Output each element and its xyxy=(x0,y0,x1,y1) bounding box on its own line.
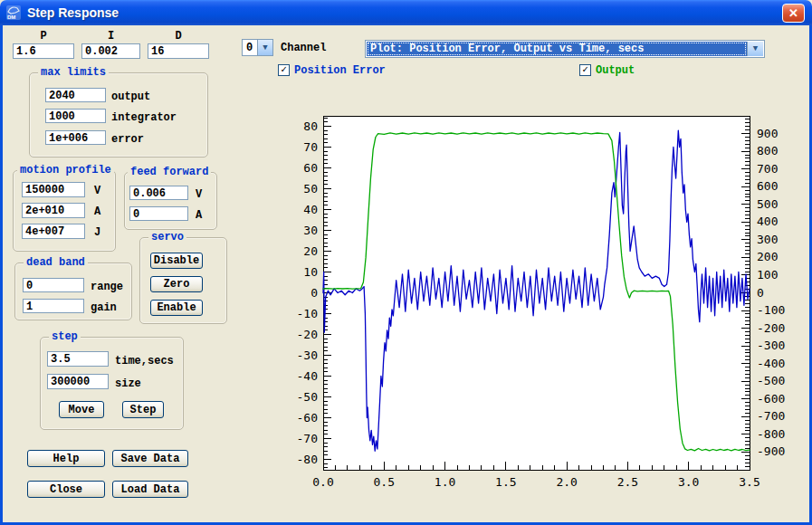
svg-text:-400: -400 xyxy=(757,357,785,370)
position-error-checkbox[interactable]: ✓ xyxy=(278,64,290,76)
velocity-label: V xyxy=(94,185,100,197)
output-checkbox-label: Output xyxy=(596,64,635,77)
max-integrator-label: integrator xyxy=(111,111,177,124)
svg-text:80: 80 xyxy=(303,119,318,133)
move-button[interactable]: Move xyxy=(59,401,104,418)
svg-text:-20: -20 xyxy=(297,328,318,341)
svg-text:900: 900 xyxy=(757,127,778,140)
output-checkbox[interactable]: ✓ xyxy=(579,64,591,76)
plot-type-value: Plot: Position Error, Output vs Time, se… xyxy=(367,42,747,56)
accel-input[interactable] xyxy=(22,203,85,218)
d-input[interactable] xyxy=(148,43,209,59)
max-error-label: error xyxy=(111,133,144,146)
i-label: I xyxy=(81,30,140,43)
svg-text:-900: -900 xyxy=(757,444,785,458)
step-size-input[interactable] xyxy=(47,374,109,389)
jerk-input[interactable] xyxy=(22,224,85,239)
dead-band-range-input[interactable] xyxy=(23,278,84,292)
step-button[interactable]: Step xyxy=(122,401,164,418)
dead-band-range-label: range xyxy=(91,281,123,293)
ff-accel-input[interactable] xyxy=(129,206,188,221)
chevron-down-icon[interactable]: ▼ xyxy=(747,42,763,56)
channel-label: Channel xyxy=(281,42,326,54)
save-data-button[interactable]: Save Data xyxy=(112,450,188,467)
svg-text:3.0: 3.0 xyxy=(678,475,699,489)
svg-text:0.5: 0.5 xyxy=(374,475,395,489)
svg-text:100: 100 xyxy=(757,268,778,282)
step-time-input[interactable] xyxy=(47,351,109,367)
p-input[interactable] xyxy=(13,43,74,59)
svg-text:-700: -700 xyxy=(757,409,785,423)
channel-select[interactable]: 0 ▼ xyxy=(242,39,273,56)
servo-zero-button[interactable]: Zero xyxy=(150,276,203,292)
window-title: Step Response xyxy=(27,5,782,20)
svg-text:-10: -10 xyxy=(297,307,318,320)
feed-forward-group: feed forward xyxy=(124,172,217,230)
chevron-down-icon[interactable]: ▼ xyxy=(257,40,272,55)
check-icon: ✓ xyxy=(582,65,588,75)
svg-text:-300: -300 xyxy=(757,339,785,352)
feed-forward-caption: feed forward xyxy=(128,166,211,178)
velocity-input[interactable] xyxy=(22,182,85,197)
svg-text:1.0: 1.0 xyxy=(435,475,455,489)
svg-text:DM: DM xyxy=(7,14,15,20)
step-size-label: size xyxy=(115,377,141,390)
svg-text:-60: -60 xyxy=(297,411,318,425)
close-icon: ✕ xyxy=(788,7,798,19)
servo-disable-button[interactable]: Disable xyxy=(150,253,203,269)
position-error-checkbox-label: Position Error xyxy=(294,64,386,77)
svg-text:-100: -100 xyxy=(757,303,785,317)
svg-text:-30: -30 xyxy=(297,348,318,362)
svg-text:700: 700 xyxy=(757,162,778,176)
svg-text:-800: -800 xyxy=(757,427,785,441)
max-integrator-input[interactable] xyxy=(45,109,106,123)
dead-band-gain-input[interactable] xyxy=(23,299,84,313)
svg-text:3.5: 3.5 xyxy=(739,475,759,489)
jerk-label: J xyxy=(94,226,100,239)
app-icon: DM xyxy=(5,5,22,21)
step-caption: step xyxy=(49,330,81,343)
dead-band-caption: dead band xyxy=(24,256,88,269)
svg-text:-80: -80 xyxy=(297,453,318,466)
svg-text:70: 70 xyxy=(303,140,318,154)
max-limits-caption: max limits xyxy=(38,66,109,79)
ff-velocity-input[interactable] xyxy=(129,186,188,200)
svg-text:200: 200 xyxy=(757,250,778,263)
load-data-button[interactable]: Load Data xyxy=(112,481,188,498)
close-button[interactable]: Close xyxy=(27,481,105,498)
svg-text:50: 50 xyxy=(303,182,318,196)
motion-profile-caption: motion profile xyxy=(17,164,114,177)
plot-type-select[interactable]: Plot: Position Error, Output vs Time, se… xyxy=(365,40,765,58)
ff-velocity-label: V xyxy=(196,188,202,201)
svg-text:800: 800 xyxy=(757,144,778,158)
svg-text:600: 600 xyxy=(757,179,778,193)
svg-text:-70: -70 xyxy=(297,432,318,445)
svg-text:0: 0 xyxy=(757,286,764,300)
title-bar[interactable]: DM Step Response ✕ xyxy=(0,0,812,25)
svg-text:-500: -500 xyxy=(757,374,785,387)
svg-text:0.0: 0.0 xyxy=(312,475,333,489)
max-error-input[interactable] xyxy=(45,130,106,145)
svg-text:60: 60 xyxy=(303,161,318,175)
svg-text:0: 0 xyxy=(310,286,318,300)
help-button[interactable]: Help xyxy=(27,450,105,467)
svg-text:-40: -40 xyxy=(297,369,318,383)
svg-text:2.5: 2.5 xyxy=(617,475,638,489)
ff-accel-label: A xyxy=(196,209,202,222)
channel-value: 0 xyxy=(243,40,257,55)
svg-text:-50: -50 xyxy=(297,390,318,404)
dead-band-gain-label: gain xyxy=(91,301,117,314)
svg-text:-200: -200 xyxy=(757,321,785,335)
i-input[interactable] xyxy=(81,43,140,59)
step-response-plot: 0.00.51.01.52.02.53.03.5-80-70-60-50-40-… xyxy=(272,101,807,511)
servo-caption: servo xyxy=(148,231,186,243)
close-window-button[interactable]: ✕ xyxy=(782,4,805,23)
svg-text:20: 20 xyxy=(303,244,318,258)
p-label: P xyxy=(13,30,74,43)
servo-enable-button[interactable]: Enable xyxy=(150,300,203,316)
svg-text:2.0: 2.0 xyxy=(556,475,577,489)
d-label: D xyxy=(148,30,209,43)
max-output-input[interactable] xyxy=(45,88,106,102)
step-response-window: DM Step Response ✕ P I D 0 ▼ Channel Plo… xyxy=(0,0,812,525)
accel-label: A xyxy=(94,205,100,218)
